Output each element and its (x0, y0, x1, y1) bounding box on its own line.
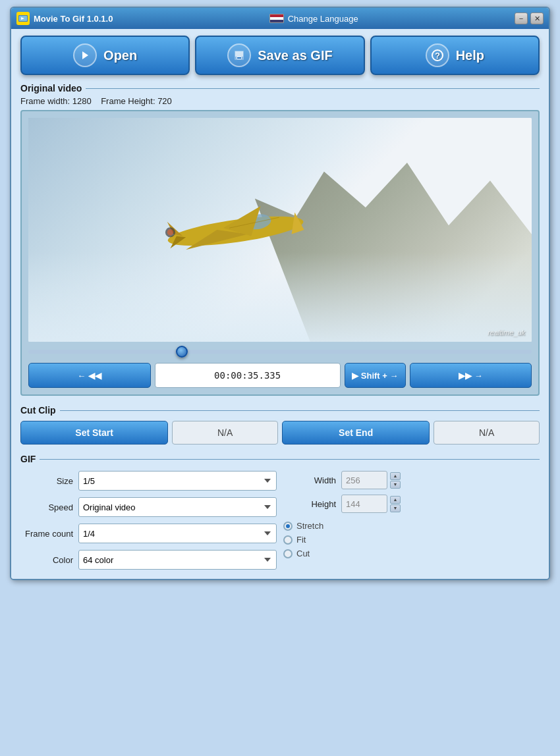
color-label: Color (20, 555, 73, 565)
flag-icon (269, 14, 284, 23)
arrow-left-icon: ← (77, 371, 86, 381)
width-spin-buttons: ▲ ▼ (390, 472, 401, 489)
cut-radio-indicator (283, 549, 293, 558)
time-display: 00:00:35.335 (155, 363, 341, 388)
video-scrubber[interactable] (28, 350, 532, 354)
frame-width-value: 1280 (72, 96, 92, 106)
set-end-button[interactable]: Set End (282, 421, 430, 445)
toolbar: Open Save as GIF ? (20, 36, 540, 75)
frame-count-select[interactable]: 1/4 1/2 1/1 (78, 524, 277, 543)
svg-marker-3 (82, 51, 88, 59)
width-increment-button[interactable]: ▲ (390, 472, 401, 480)
help-button[interactable]: ? Help (370, 36, 540, 75)
size-label: Size (20, 476, 73, 486)
titlebar-left: Movie To Gif 1.0.1.0 (16, 12, 113, 25)
width-input-wrap: ▲ ▼ (341, 471, 401, 489)
main-window: Movie To Gif 1.0.1.0 Change Language − ✕ (10, 7, 550, 580)
resize-mode-group: Stretch Fit Cut (283, 518, 540, 558)
change-language-btn[interactable]: Change Language (269, 14, 358, 24)
original-video-section-label: Original video (20, 83, 540, 94)
video-container: realtime_uk ← ◀◀ 00:00:35.335 ▶ Shift + … (20, 110, 540, 396)
frame-width-label: Frame width: (20, 96, 70, 106)
fit-radio-indicator (283, 535, 293, 545)
speed-label: Speed (20, 502, 73, 512)
titlebar: Movie To Gif 1.0.1.0 Change Language − ✕ (11, 8, 549, 29)
gif-options-grid: Size 1/5 1/4 1/3 1/2 Original Speed (20, 471, 540, 570)
video-frame: realtime_uk (28, 118, 532, 342)
jet-svg (78, 163, 380, 275)
width-input[interactable] (341, 471, 387, 489)
speed-select[interactable]: Original video 0.5x 2x 4x (78, 497, 277, 517)
stretch-radio-indicator (283, 522, 293, 531)
size-field-row: Size 1/5 1/4 1/3 1/2 Original (20, 471, 277, 491)
minimize-button[interactable]: − (515, 13, 528, 24)
svg-text:?: ? (435, 51, 440, 61)
playback-controls: ← ◀◀ 00:00:35.335 ▶ Shift + → ▶▶ → (28, 363, 532, 388)
width-decrement-button[interactable]: ▼ (390, 481, 401, 489)
stretch-radio-item[interactable]: Stretch (283, 521, 540, 531)
gif-right-column: Width ▲ ▼ Height (283, 471, 540, 570)
video-watermark: realtime_uk (488, 329, 525, 337)
play-icon (73, 43, 97, 67)
height-input[interactable] (341, 495, 387, 513)
arrow-right-icon: → (474, 371, 483, 381)
window-controls: − ✕ (515, 13, 544, 24)
step-back-button[interactable]: ← ◀◀ (28, 363, 151, 388)
close-button[interactable]: ✕ (530, 13, 544, 24)
frame-count-label: Frame count (20, 529, 73, 539)
height-spin-buttons: ▲ ▼ (390, 496, 401, 512)
rewind-icon: ◀◀ (88, 371, 101, 381)
save-gif-button[interactable]: Save as GIF (195, 36, 364, 75)
fast-forward-button[interactable]: ▶▶ → (410, 363, 532, 388)
svg-rect-7 (237, 57, 241, 59)
app-title: Movie To Gif 1.0.1.0 (34, 14, 113, 24)
cut-clip-section-label: Cut Clip (20, 405, 540, 416)
start-value-display: N/A (172, 421, 278, 445)
frame-count-field-row: Frame count 1/4 1/2 1/1 (20, 524, 277, 543)
width-field-row: Width ▲ ▼ (283, 471, 540, 489)
window-body: Open Save as GIF ? (11, 29, 549, 579)
slider-container (28, 342, 532, 359)
cut-radio-item[interactable]: Cut (283, 549, 540, 558)
gif-section: GIF Size 1/5 1/4 1/3 1/2 Original (20, 454, 540, 570)
end-value-display: N/A (434, 421, 540, 445)
height-decrement-button[interactable]: ▼ (390, 504, 401, 512)
app-icon (16, 12, 30, 25)
height-field-row: Height ▲ ▼ (283, 495, 540, 513)
shift-label: Shift + → (361, 371, 399, 381)
change-language-label: Change Language (288, 14, 358, 24)
play-icon-ctrl: ▶ (352, 371, 358, 381)
color-select[interactable]: 64 color 128 color 256 color (78, 550, 277, 570)
fast-forward-icon: ▶▶ (459, 371, 472, 381)
height-input-wrap: ▲ ▼ (341, 495, 401, 513)
gif-left-column: Size 1/5 1/4 1/3 1/2 Original Speed (20, 471, 277, 570)
height-label: Height (283, 499, 336, 509)
frame-height-label: Frame Height: (101, 96, 155, 106)
gif-section-label: GIF (20, 454, 540, 464)
height-increment-button[interactable]: ▲ (390, 496, 401, 504)
svg-rect-5 (235, 51, 243, 57)
video-info: Frame width: 1280 Frame Height: 720 (20, 96, 540, 106)
color-field-row: Color 64 color 128 color 256 color (20, 550, 277, 570)
width-label: Width (283, 475, 336, 485)
speed-field-row: Speed Original video 0.5x 2x 4x (20, 497, 277, 517)
set-start-button[interactable]: Set Start (20, 421, 168, 445)
open-button[interactable]: Open (20, 36, 190, 75)
svg-point-18 (167, 229, 173, 235)
frame-height-value: 720 (157, 96, 172, 106)
fit-radio-item[interactable]: Fit (283, 535, 540, 545)
play-forward-button[interactable]: ▶ Shift + → (345, 363, 406, 388)
cut-clip-section: Cut Clip Set Start N/A Set End N/A (20, 405, 540, 445)
help-icon: ? (426, 43, 449, 67)
size-select[interactable]: 1/5 1/4 1/3 1/2 Original (78, 471, 277, 491)
save-icon (227, 43, 251, 67)
cut-clip-controls: Set Start N/A Set End N/A (20, 421, 540, 445)
